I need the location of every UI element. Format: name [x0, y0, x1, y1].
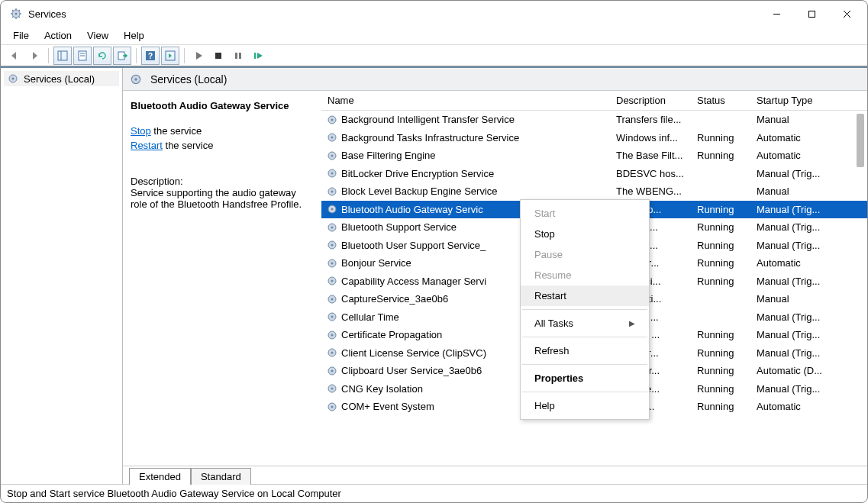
menu-item-properties[interactable]: Properties — [521, 368, 649, 389]
service-row[interactable]: Background Intelligent Transfer ServiceT… — [321, 111, 867, 129]
pause-service-button[interactable] — [229, 47, 247, 65]
service-status: Running — [697, 221, 757, 233]
menu-item-stop[interactable]: Stop — [521, 224, 649, 244]
tree-item-label: Services (Local) — [24, 73, 95, 85]
content-area: Services (Local) Services (Local) Blueto… — [1, 66, 867, 484]
tab-extended[interactable]: Extended — [129, 468, 191, 485]
service-name: Background Intelligent Transfer Service — [341, 114, 515, 125]
col-status[interactable]: Status — [697, 95, 757, 106]
service-name: COM+ Event System — [341, 401, 434, 412]
service-desc: The WBENG... — [616, 185, 697, 197]
service-startup: Manual (Trig... — [757, 168, 867, 179]
svg-point-44 — [331, 226, 334, 228]
back-button[interactable] — [5, 47, 24, 65]
show-hide-tree-button[interactable] — [53, 47, 72, 65]
service-name: Clipboard User Service_3ae0b6 — [341, 365, 482, 376]
service-startup: Manual (Trig... — [757, 383, 867, 395]
service-row[interactable]: BitLocker Drive Encryption ServiceBDESVC… — [321, 165, 867, 183]
refresh-button[interactable] — [93, 47, 111, 65]
bottom-tabs: Extended Standard — [123, 466, 867, 484]
gear-icon — [326, 293, 338, 305]
service-row[interactable]: Base Filtering EngineThe Base Filt...Run… — [321, 147, 867, 165]
menu-item-pause: Pause — [521, 244, 649, 265]
chevron-right-icon: ▶ — [629, 319, 635, 327]
service-startup: Manual (Trig... — [757, 311, 867, 323]
export-button[interactable] — [113, 47, 131, 65]
minimize-button[interactable] — [759, 2, 794, 26]
service-row[interactable]: Background Tasks Infrastructure ServiceW… — [321, 129, 867, 147]
svg-rect-24 — [235, 53, 237, 59]
service-name: BitLocker Drive Encryption Service — [341, 168, 494, 179]
tree-item-services-local[interactable]: Services (Local) — [4, 71, 119, 86]
tree-pane: Services (Local) — [1, 68, 123, 484]
svg-point-58 — [331, 352, 334, 354]
svg-point-1 — [15, 13, 18, 15]
svg-point-32 — [331, 118, 334, 121]
service-row[interactable]: Block Level Backup Engine ServiceThe WBE… — [321, 182, 867, 201]
gear-icon — [326, 311, 338, 323]
menu-item-help[interactable]: Help — [521, 395, 649, 416]
scroll-thumb[interactable] — [857, 114, 864, 167]
stop-service-link[interactable]: Stop — [131, 125, 151, 137]
svg-text:?: ? — [148, 52, 153, 60]
service-name: Cellular Time — [341, 311, 399, 323]
svg-rect-11 — [808, 11, 815, 17]
gear-icon — [326, 239, 338, 251]
col-description[interactable]: Description — [616, 95, 697, 106]
svg-point-62 — [331, 388, 334, 390]
menu-separator — [522, 309, 647, 310]
description-label: Description: — [131, 176, 312, 187]
gear-icon — [326, 203, 338, 215]
menu-file[interactable]: File — [5, 27, 37, 44]
menu-action[interactable]: Action — [37, 27, 79, 44]
gear-icon — [326, 185, 338, 198]
tab-standard[interactable]: Standard — [191, 468, 251, 485]
service-status: Running — [697, 401, 757, 412]
menu-item-refresh[interactable]: Refresh — [521, 340, 649, 361]
service-startup: Manual (Trig... — [757, 204, 867, 215]
menu-item-all-tasks[interactable]: All Tasks▶ — [521, 313, 649, 334]
gear-icon — [326, 347, 338, 359]
restart-service-button[interactable] — [249, 47, 267, 65]
statusbar-text: Stop and Start service Bluetooth Audio G… — [7, 488, 341, 499]
service-startup: Automatic — [757, 257, 867, 269]
service-list: Name Description Status Startup Type Bac… — [321, 91, 867, 466]
service-desc: Windows inf... — [616, 132, 697, 143]
svg-point-42 — [331, 208, 334, 211]
service-name: Block Level Backup Engine Service — [341, 185, 498, 197]
menu-item-restart[interactable]: Restart — [521, 285, 649, 306]
svg-rect-23 — [215, 53, 221, 59]
svg-point-38 — [331, 173, 334, 175]
service-name: Bluetooth User Support Service_ — [341, 240, 486, 251]
stop-service-button[interactable] — [209, 47, 227, 65]
help-button[interactable]: ? — [141, 47, 160, 65]
gear-icon — [326, 167, 338, 179]
start-service-button[interactable] — [189, 47, 208, 65]
menu-help[interactable]: Help — [116, 27, 152, 44]
svg-point-52 — [331, 298, 334, 300]
service-status: Running — [697, 150, 757, 161]
svg-point-56 — [331, 334, 334, 336]
show-hide-action-pane-button[interactable] — [161, 47, 179, 65]
list-header: Name Description Status Startup Type — [321, 91, 867, 111]
service-status: Running — [697, 240, 757, 251]
service-status: Running — [697, 329, 757, 340]
service-status: Running — [697, 347, 757, 359]
scrollbar[interactable] — [855, 91, 866, 466]
svg-point-30 — [134, 78, 137, 80]
properties-button[interactable] — [73, 47, 92, 65]
restart-service-link[interactable]: Restart — [131, 140, 163, 151]
col-startup[interactable]: Startup Type — [757, 95, 867, 106]
svg-rect-26 — [254, 53, 256, 59]
gear-icon — [326, 382, 338, 395]
svg-line-9 — [19, 17, 21, 18]
forward-button[interactable] — [25, 47, 44, 65]
gear-icon — [326, 257, 338, 269]
maximize-button[interactable] — [794, 2, 829, 26]
service-startup: Manual — [757, 293, 867, 305]
menu-view[interactable]: View — [79, 27, 116, 44]
col-name[interactable]: Name — [324, 95, 616, 106]
service-startup: Manual — [757, 185, 867, 197]
close-button[interactable] — [829, 2, 864, 26]
svg-point-60 — [331, 369, 334, 372]
